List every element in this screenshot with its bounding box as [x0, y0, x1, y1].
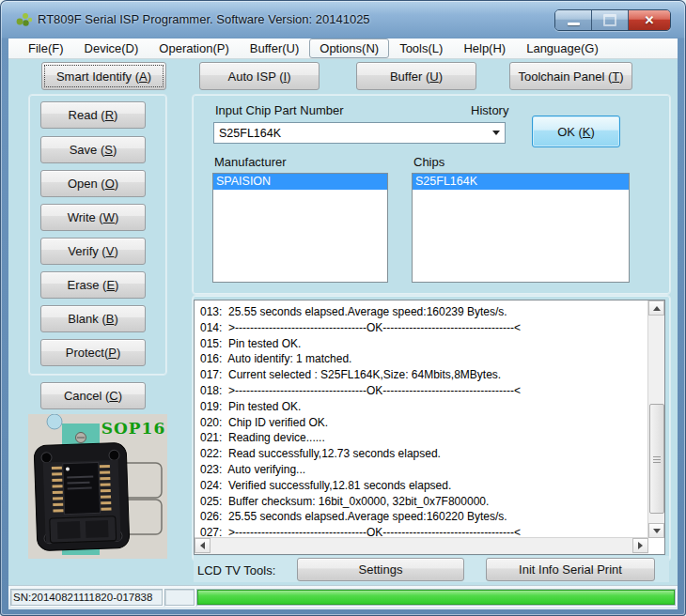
manufacturer-selected-item[interactable]: SPAISION	[213, 174, 387, 190]
progress-bar	[196, 589, 676, 606]
log-line: 014: >----------------------------------…	[200, 320, 648, 336]
history-label: History	[471, 103, 508, 117]
menu-file[interactable]: File(F)	[18, 38, 74, 58]
arrow-down-icon	[653, 529, 661, 533]
log-horizontal-scrollbar[interactable]	[195, 537, 648, 554]
arrow-right-icon	[638, 542, 643, 549]
status-gap-cell	[164, 589, 195, 606]
buffer-button[interactable]: Buffer (U)	[356, 62, 476, 90]
open-button[interactable]: Open (O)	[40, 170, 146, 197]
log-line: 026: 25.55 seconds elapsed.Average speed…	[200, 509, 648, 525]
toolchain-panel-button[interactable]: Toolchain Panel (T)	[509, 62, 632, 90]
log-line: 016: Auto identify: 1 matched.	[200, 351, 648, 367]
part-number-value: S25FL164K	[214, 127, 488, 140]
log-line: 023: Auto verifying...	[200, 462, 648, 478]
close-icon: ✕	[645, 14, 655, 26]
menu-buffer[interactable]: Buffer(U)	[240, 38, 310, 58]
progress-fill	[197, 590, 675, 605]
chevron-down-icon	[492, 131, 500, 135]
scroll-right-button[interactable]	[632, 538, 648, 553]
sop16-adapter-image: SOP16	[28, 414, 167, 559]
ok-button[interactable]: OK (K)	[532, 116, 620, 147]
blank-button[interactable]: Blank (B)	[40, 305, 146, 332]
vertical-scroll-thumb[interactable]	[649, 404, 664, 514]
auto-isp-button[interactable]: Auto ISP (I)	[199, 62, 320, 90]
menu-operation[interactable]: Operation(P)	[148, 38, 239, 58]
verify-button[interactable]: Verify (V)	[40, 238, 146, 265]
sop16-caption: SOP16	[101, 419, 166, 438]
cancel-button[interactable]: Cancel (C)	[40, 382, 146, 409]
combobox-dropdown-button[interactable]	[488, 123, 505, 143]
log-line: 024: Verified successfully,12.81 seconds…	[200, 478, 648, 494]
read-button[interactable]: Read (R)	[40, 101, 146, 129]
thumb-grip-icon	[653, 456, 661, 463]
menu-options[interactable]: Options(N)	[309, 38, 389, 58]
log-line: 021: Reading device......	[200, 430, 648, 446]
log-line: 020: Chip ID verified OK.	[200, 415, 648, 431]
window-title: RT809F Serial ISP Programmer. Software V…	[38, 0, 370, 38]
menubar: File(F) Device(D) Operation(P) Buffer(U)…	[8, 38, 678, 59]
maximize-icon	[603, 14, 616, 26]
titlebar[interactable]: RT809F Serial ISP Programmer. Software V…	[0, 0, 686, 38]
chips-label: Chips	[413, 155, 444, 169]
arrow-left-icon	[200, 542, 205, 549]
write-button[interactable]: Write (W)	[40, 204, 146, 231]
part-number-combobox[interactable]: S25FL164K	[213, 122, 506, 144]
log-line: 013: 25.55 seconds elapsed.Average speed…	[200, 304, 648, 320]
scroll-up-button[interactable]	[648, 300, 664, 316]
settings-button[interactable]: Settings	[297, 558, 464, 581]
app-window: RT809F Serial ISP Programmer. Software V…	[0, 0, 686, 616]
log-vertical-scrollbar[interactable]	[647, 300, 664, 538]
log-line: 018: >----------------------------------…	[200, 383, 648, 399]
serial-number-cell: SN:20140821111820-017838	[10, 589, 163, 606]
log-text: 013: 25.55 seconds elapsed.Average speed…	[195, 300, 648, 538]
manufacturer-label: Manufacturer	[214, 155, 287, 169]
lcd-tv-tools-label: LCD TV Tools:	[197, 560, 293, 580]
manufacturer-listbox[interactable]: SPAISION	[212, 173, 388, 283]
menu-language[interactable]: Language(G)	[516, 38, 609, 58]
arrow-up-icon	[653, 306, 661, 311]
minimize-icon	[568, 23, 580, 25]
smart-identify-button[interactable]: Smart Identify (A)	[41, 62, 166, 90]
log-line: 022: Read successfully,12.73 seconds ela…	[200, 446, 648, 462]
statusbar: SN:20140821111820-017838	[8, 585, 678, 609]
menu-help[interactable]: Help(H)	[453, 38, 516, 58]
chip-selected-item[interactable]: S25FL164K	[413, 174, 629, 190]
scroll-down-button[interactable]	[648, 523, 664, 538]
input-chip-label: Input Chip Part Number	[215, 103, 344, 117]
log-output[interactable]: 013: 25.55 seconds elapsed.Average speed…	[194, 300, 665, 555]
erase-button[interactable]: Erase (E)	[40, 271, 146, 299]
scroll-left-button[interactable]	[195, 538, 210, 553]
app-icon	[15, 11, 32, 28]
save-button[interactable]: Save (S)	[40, 136, 146, 163]
window-controls: ✕	[554, 9, 671, 31]
chips-listbox[interactable]: S25FL164K	[412, 173, 630, 283]
close-button[interactable]: ✕	[629, 10, 670, 30]
init-info-serial-print-button[interactable]: Init Info Serial Print	[486, 558, 655, 581]
menu-device[interactable]: Device(D)	[74, 38, 149, 58]
minimize-button[interactable]	[555, 10, 592, 30]
log-line: 025: Buffer checksum: 16bit_0x0000, 32bi…	[200, 494, 648, 510]
maximize-button[interactable]	[592, 10, 629, 30]
log-line: 015: Pin tested OK.	[200, 336, 648, 352]
log-line: 019: Pin tested OK.	[200, 399, 648, 415]
protect-button[interactable]: Protect(P)	[40, 339, 146, 366]
screen: RT809F Serial ISP Programmer. Software V…	[0, 0, 686, 616]
menu-tools[interactable]: Tools(L)	[389, 38, 453, 58]
log-line: 027: >----------------------------------…	[200, 525, 648, 538]
log-line: 017: Current selected : S25FL164K,Size: …	[200, 367, 648, 383]
